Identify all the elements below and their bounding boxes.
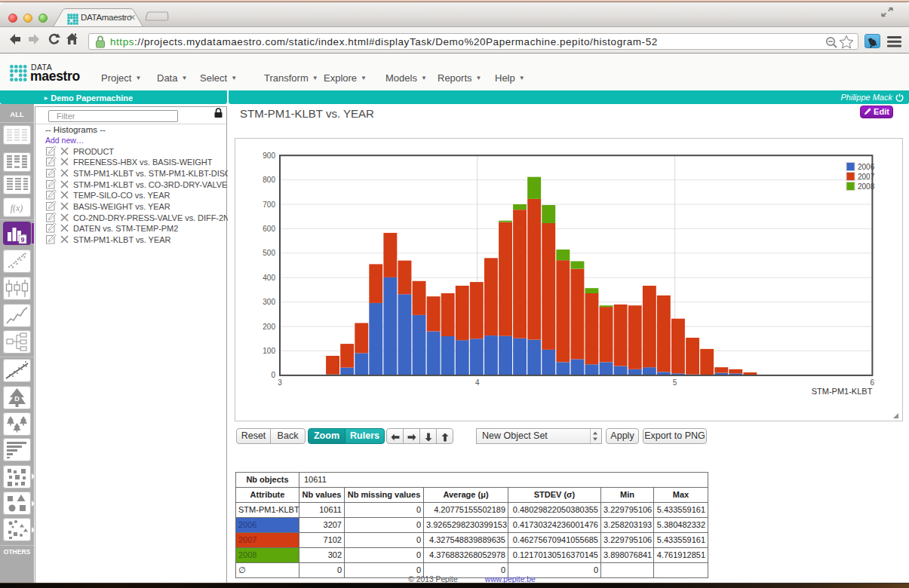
svg-text:700: 700: [263, 201, 275, 209]
svg-text:900: 900: [263, 152, 275, 160]
svg-text:100: 100: [263, 347, 275, 355]
svg-text:STM-PM1-KLBT: STM-PM1-KLBT: [812, 387, 873, 396]
svg-text:800: 800: [263, 176, 275, 184]
svg-text:6: 6: [871, 378, 875, 387]
svg-text:9: 9: [20, 236, 24, 243]
svg-text:300: 300: [263, 298, 275, 306]
svg-text:f(x): f(x): [11, 202, 23, 213]
svg-text:400: 400: [263, 274, 275, 282]
svg-text:5: 5: [673, 378, 677, 387]
svg-text:4: 4: [475, 378, 480, 387]
svg-text:600: 600: [263, 225, 275, 233]
svg-text:3: 3: [278, 378, 282, 387]
svg-text:D: D: [14, 395, 20, 403]
svg-text:500: 500: [263, 249, 275, 257]
svg-text:0: 0: [271, 371, 275, 379]
svg-text:2007: 2007: [858, 173, 875, 181]
svg-text:200: 200: [263, 323, 275, 331]
svg-text:2008: 2008: [858, 182, 875, 191]
svg-text:2006: 2006: [858, 163, 875, 171]
